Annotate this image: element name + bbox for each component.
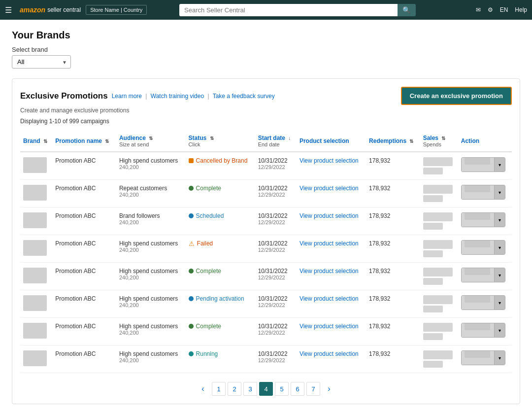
cell-brand xyxy=(20,345,52,373)
view-product-selection-link[interactable]: View product selection xyxy=(299,185,359,192)
top-navigation: ☰ amazon seller central Store Name | Cou… xyxy=(0,0,532,20)
action-dropdown[interactable]: ▾ xyxy=(461,295,505,310)
sort-icon-name[interactable]: ⇅ xyxy=(105,138,109,144)
pagination-page-5[interactable]: 5 xyxy=(275,382,289,396)
pagination-page-3[interactable]: 3 xyxy=(243,382,257,396)
redemptions-value: 178,932 xyxy=(369,185,390,192)
th-promotion-name: Promotion name ⇅ xyxy=(52,131,116,152)
start-date: 10/31/2022 xyxy=(258,295,294,302)
mail-icon[interactable]: ✉ xyxy=(476,6,481,13)
action-dropdown-arrow[interactable]: ▾ xyxy=(494,241,505,254)
view-product-selection-link[interactable]: View product selection xyxy=(299,240,359,247)
sort-icon-status[interactable]: ⇅ xyxy=(210,136,214,141)
status-badge: Cancelled by Brand xyxy=(189,157,252,164)
action-dropdown[interactable]: ▾ xyxy=(461,240,505,255)
sales-bar xyxy=(423,268,453,276)
action-dropdown[interactable]: ▾ xyxy=(461,323,505,338)
spends-bar xyxy=(423,278,443,285)
table-row: Promotion ABC High spend customers 240,2… xyxy=(20,152,512,180)
settings-icon[interactable]: ⚙ xyxy=(488,6,493,13)
cell-brand xyxy=(20,318,52,345)
cell-promotion-name: Promotion ABC xyxy=(52,152,116,180)
cell-promotion-name: Promotion ABC xyxy=(52,345,116,373)
action-dropdown-arrow[interactable]: ▾ xyxy=(494,323,505,337)
action-dropdown-arrow[interactable]: ▾ xyxy=(494,185,505,199)
view-product-selection-link[interactable]: View product selection xyxy=(299,212,359,219)
cell-action: ▾ xyxy=(458,345,512,373)
status-label: Complete xyxy=(196,185,221,192)
audience-type: Brand followers xyxy=(119,212,183,219)
audience-type: High spend customers xyxy=(119,323,183,330)
exclusive-promotions-section: Exclusive Promotions Learn more | Watch … xyxy=(12,78,520,404)
action-dropdown[interactable]: ▾ xyxy=(461,268,505,282)
cell-promotion-name: Promotion ABC xyxy=(52,290,116,318)
language-selector[interactable]: EN xyxy=(500,6,508,13)
pagination-page-6[interactable]: 6 xyxy=(291,382,304,396)
action-dropdown[interactable]: ▾ xyxy=(461,350,505,365)
sort-icon-audience[interactable]: ⇅ xyxy=(149,136,153,141)
view-product-selection-link[interactable]: View product selection xyxy=(299,350,359,357)
brand-logo xyxy=(23,295,47,311)
view-product-selection-link[interactable]: View product selection xyxy=(299,323,359,330)
start-date: 10/31/2022 xyxy=(258,240,294,247)
feedback-link[interactable]: Take a feedback survey xyxy=(213,93,275,100)
sort-icon-redemptions[interactable]: ⇅ xyxy=(409,138,413,144)
action-dropdown-arrow[interactable]: ▾ xyxy=(494,351,505,365)
action-text-placeholder xyxy=(462,213,494,227)
warning-icon: ⚠ xyxy=(189,240,195,247)
watch-video-link[interactable]: Watch training video xyxy=(151,93,204,100)
cell-brand xyxy=(20,180,52,207)
end-date: 12/29/2022 xyxy=(258,219,294,225)
status-indicator xyxy=(189,296,194,301)
search-button[interactable]: 🔍 xyxy=(398,4,416,16)
cell-action: ▾ xyxy=(458,152,512,180)
redemptions-value: 178,932 xyxy=(369,240,390,247)
status-label: Failed xyxy=(197,240,213,247)
status-badge: Running xyxy=(189,350,252,357)
action-dropdown[interactable]: ▾ xyxy=(461,212,505,227)
view-product-selection-link[interactable]: View product selection xyxy=(299,295,359,302)
promotions-header: Exclusive Promotions Learn more | Watch … xyxy=(20,87,512,105)
start-date: 10/31/2022 xyxy=(258,268,294,275)
status-badge: Complete xyxy=(189,268,252,275)
action-dropdown-arrow[interactable]: ▾ xyxy=(494,158,505,172)
sort-icon-date[interactable]: ↓ xyxy=(288,136,291,141)
help-link[interactable]: Help xyxy=(515,6,527,13)
cell-promotion-name: Promotion ABC xyxy=(52,318,116,345)
action-dropdown[interactable]: ▾ xyxy=(461,185,505,200)
pagination-next[interactable]: › xyxy=(322,382,336,396)
th-status: Status ⇅Click xyxy=(186,131,255,152)
cell-brand xyxy=(20,263,52,290)
learn-more-link[interactable]: Learn more xyxy=(112,93,142,100)
action-dropdown-arrow[interactable]: ▾ xyxy=(494,296,505,310)
start-date: 10/31/2022 xyxy=(258,212,294,219)
sort-icon-sales[interactable]: ⇅ xyxy=(441,136,445,141)
create-promotion-button[interactable]: Create an exclusive promotion xyxy=(401,87,512,105)
cell-status: Running xyxy=(186,345,255,373)
pagination-page-1[interactable]: 1 xyxy=(212,382,226,396)
cell-status: Complete xyxy=(186,318,255,345)
search-input[interactable] xyxy=(179,4,398,16)
pagination-page-2[interactable]: 2 xyxy=(228,382,241,396)
separator-2: | xyxy=(207,93,209,100)
sales-bar xyxy=(423,212,453,221)
cell-dates: 10/31/2022 12/29/2022 xyxy=(255,180,297,207)
action-dropdown[interactable]: ▾ xyxy=(461,157,505,172)
audience-type: Repeat customers xyxy=(119,185,183,192)
action-dropdown-arrow[interactable]: ▾ xyxy=(494,268,505,282)
view-product-selection-link[interactable]: View product selection xyxy=(299,268,359,275)
pagination-page-7[interactable]: 7 xyxy=(306,382,320,396)
hamburger-menu[interactable]: ☰ xyxy=(5,5,12,15)
cell-sales xyxy=(420,207,458,235)
pagination-page-4[interactable]: 4 xyxy=(259,382,273,396)
cell-redemptions: 178,932 xyxy=(366,318,420,345)
view-product-selection-link[interactable]: View product selection xyxy=(299,157,359,164)
table-row: Promotion ABC High spend customers 240,2… xyxy=(20,235,512,263)
action-dropdown-arrow[interactable]: ▾ xyxy=(494,213,505,227)
th-action: Action xyxy=(458,131,512,152)
store-selector-button[interactable]: Store Name | Country xyxy=(86,5,147,15)
brand-select-dropdown[interactable]: All Brand A Brand B Brand C xyxy=(12,55,71,69)
pagination-prev[interactable]: ‹ xyxy=(196,382,210,396)
sort-icon-brand[interactable]: ⇅ xyxy=(43,138,47,144)
redemptions-value: 178,932 xyxy=(369,350,390,357)
